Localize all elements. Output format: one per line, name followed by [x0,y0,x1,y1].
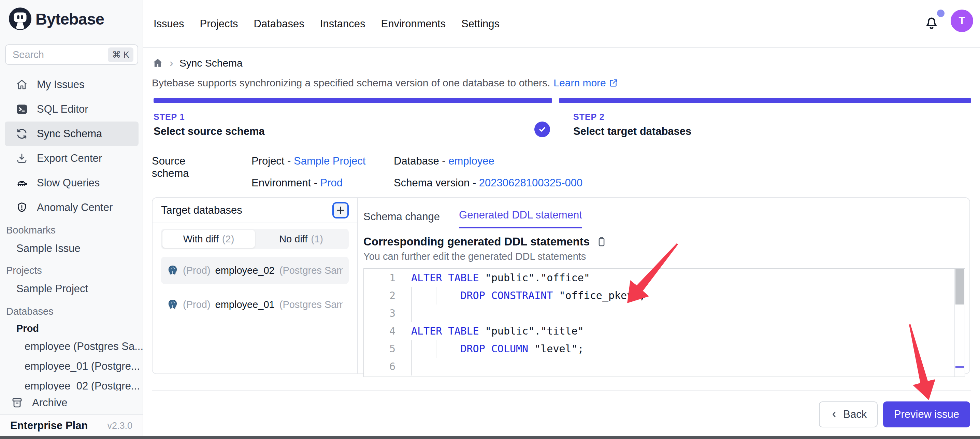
step1-title: Select source schema [154,125,265,137]
step1[interactable]: STEP 1 Select source schema [154,112,265,137]
target-databases-title: Target databases [161,204,242,216]
nav-item-instances[interactable]: Instances [320,18,366,30]
divider [152,390,971,391]
sidebar-item-label: My Issues [37,78,84,91]
sidebar-item-label: Sync Schema [37,128,102,140]
sql-editor[interactable]: 1ALTER TABLE "public"."office"2 DROP CON… [363,268,965,377]
item-environment: (Prod) [183,265,210,276]
plus-icon [335,205,346,216]
chevron-left-icon [829,410,839,419]
tab-with-diff[interactable]: With diff (2) [162,230,255,248]
nav-item-settings[interactable]: Settings [461,18,500,30]
schema-version-link[interactable]: 20230628100325-000 [479,177,582,189]
editor-scrollbar[interactable] [955,269,965,377]
sidebar-footer[interactable]: Enterprise Plan v2.3.0 [0,414,143,436]
section-databases: Databases [0,306,143,317]
sidebar-group-prod: Prod [0,320,143,337]
step1-label: STEP 1 [154,112,265,122]
nav-item-environments[interactable]: Environments [381,18,446,30]
copy-icon[interactable] [596,236,608,247]
tab-no-diff[interactable]: No diff (1) [255,230,347,248]
nav-item-projects[interactable]: Projects [200,18,238,30]
target-database-item[interactable]: (Prod) employee_01 (Postgres Sampl... [161,291,349,318]
sidebar-item-sample-issue[interactable]: Sample Issue [0,239,143,258]
code-lines: 1ALTER TABLE "public"."office"2 DROP CON… [364,269,965,375]
sync-icon [16,128,28,140]
window-bottom-edge [0,436,980,439]
scrollbar-thumb[interactable] [955,269,964,305]
sidebar-item-export-center[interactable]: Export Center [5,146,138,171]
sidebar-item-database[interactable]: employee (Postgres Sa... [0,337,143,356]
nav-item-databases[interactable]: Databases [254,18,304,30]
code-line: 1ALTER TABLE "public"."office" [364,269,965,287]
sidebar-item-my-issues[interactable]: My Issues [5,72,138,97]
database-key: Database - [394,155,445,167]
schema-version-key: Schema version - [394,177,476,189]
footer-actions: Back Preview issue [152,401,970,428]
tab-generated-ddl[interactable]: Generated DDL statement [459,209,582,228]
database-link[interactable]: employee [449,155,494,167]
section-projects: Projects [0,265,143,276]
bytebase-logo-icon [9,8,32,30]
sidebar-item-database[interactable]: employee_01 (Postgre... [0,356,143,376]
step2[interactable]: STEP 2 Select target databases [573,112,691,137]
sidebar-item-sync-schema[interactable]: Sync Schema [5,121,138,146]
notification-bell-icon[interactable] [923,14,940,31]
description-text: Bytebase supports synchronizing a specif… [152,77,550,89]
sidebar-item-anomaly-center[interactable]: Anomaly Center [5,195,138,220]
sidebar-item-slow-queries[interactable]: Slow Queries [5,171,138,195]
sidebar-item-sql-editor[interactable]: SQL Editor [5,97,138,121]
breadcrumb: › Sync Schema [152,57,243,69]
sidebar-item-label: Export Center [37,152,102,164]
sidebar-item-sample-project[interactable]: Sample Project [0,279,143,299]
target-database-item[interactable]: (Prod) employee_02 (Postgres Samp... [161,257,349,284]
ddl-panel: Schema change Generated DDL statement Co… [358,198,969,374]
add-target-database-button[interactable] [332,202,349,219]
tab-schema-change[interactable]: Schema change [363,211,440,228]
ddl-subheading: You can further edit the generated DDL s… [363,251,965,262]
search-box[interactable]: ⌘ K [5,45,138,65]
preview-issue-label: Preview issue [894,408,959,421]
nav-item-issues[interactable]: Issues [154,18,184,30]
version-label: v2.3.0 [107,421,132,431]
step2-label: STEP 2 [573,112,691,122]
target-database-list: (Prod) employee_02 (Postgres Samp... (Pr… [153,249,357,318]
sidebar-menu: My Issues SQL Editor Sync Schema Export … [0,72,143,220]
environment-key: Environment - [251,177,317,189]
avatar[interactable]: T [951,10,973,32]
shield-alert-icon [16,201,28,214]
terminal-icon [16,103,28,115]
download-icon [16,152,28,164]
back-button[interactable]: Back [819,401,878,428]
tab-count: (1) [311,233,323,245]
postgres-icon [167,265,178,276]
diff-tabs: With diff (2) No diff (1) [161,229,349,249]
tab-label: No diff [279,233,307,245]
sidebar-item-database[interactable]: employee_02 (Postgre... [0,376,143,391]
sidebar: Bytebase ⌘ K My Issues SQL Editor Sync S… [0,0,143,439]
step2-title: Select target databases [573,125,691,137]
ddl-heading-text: Corresponding generated DDL statements [363,235,590,248]
back-label: Back [843,408,867,421]
step2-progress-bar [559,98,971,103]
sidebar-item-label: Slow Queries [37,177,100,189]
avatar-initial: T [959,15,965,27]
home-breadcrumb-icon[interactable] [152,57,164,69]
tab-count: (2) [222,233,234,245]
source-schema-label: Source schema [152,155,189,180]
item-name: employee_01 [215,299,275,310]
preview-issue-button[interactable]: Preview issue [883,401,970,428]
step1-check-icon [535,121,550,137]
section-bookmarks: Bookmarks [0,225,143,236]
environment-link[interactable]: Prod [320,177,343,189]
sidebar-item-archive[interactable]: Archive [0,391,143,414]
ddl-tabs: Schema change Generated DDL statement [363,209,965,228]
code-line: 5 DROP COLUMN "level"; [364,340,965,358]
ddl-heading: Corresponding generated DDL statements [363,235,965,248]
code-line: 3 [364,305,965,322]
chevron-right-icon: › [170,57,173,69]
search-input[interactable] [13,49,108,61]
project-link[interactable]: Sample Project [294,155,366,167]
learn-more-link[interactable]: Learn more [554,77,618,89]
bytebase-logo[interactable]: Bytebase [9,8,104,30]
